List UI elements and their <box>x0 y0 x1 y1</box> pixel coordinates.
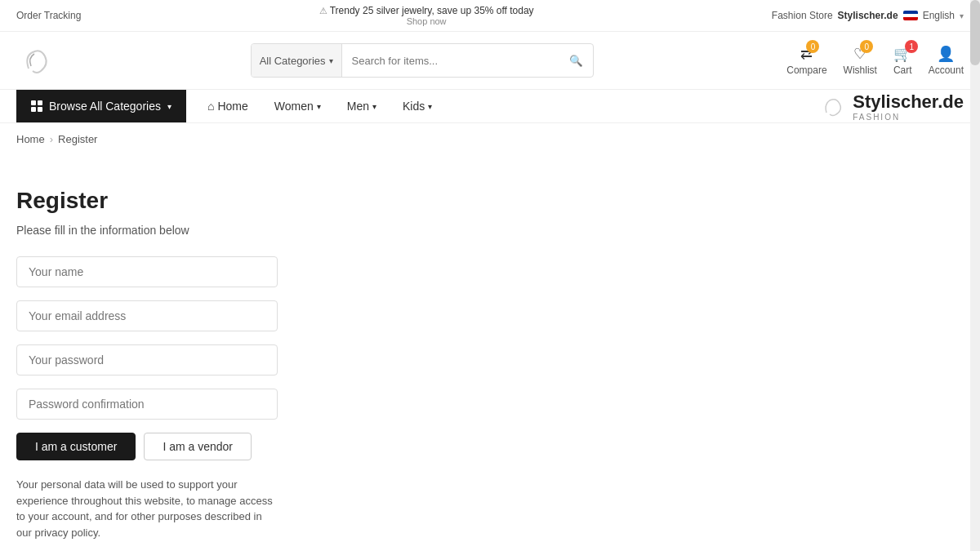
vendor-role-button[interactable]: I am a vendor <box>144 433 252 460</box>
breadcrumb-separator: › <box>50 133 53 145</box>
password-field-group <box>16 344 555 375</box>
account-label: Account <box>929 64 964 76</box>
name-field-group <box>16 256 555 287</box>
scrollbar-thumb[interactable] <box>970 0 980 65</box>
confirm-password-input[interactable] <box>16 389 278 420</box>
brand-sub: FASHION <box>853 113 964 122</box>
privacy-text: Your personal data will be used to suppo… <box>16 477 278 540</box>
email-field-group <box>16 300 555 331</box>
order-tracking-link[interactable]: Order Tracking <box>16 10 81 21</box>
category-dropdown[interactable]: All Categories ▾ <box>252 44 342 77</box>
confirm-password-field-group <box>16 389 555 420</box>
account-action[interactable]: 👤 Account <box>929 45 964 76</box>
brand-logo-nav: Stylischer.de FASHION <box>818 91 964 122</box>
password-input[interactable] <box>16 344 278 375</box>
search-button[interactable]: 🔍 <box>559 55 593 67</box>
store-name[interactable]: Stylischer.de <box>838 10 898 21</box>
browse-chevron-icon: ▾ <box>167 102 172 111</box>
scrollbar[interactable] <box>970 0 980 551</box>
wishlist-action[interactable]: ♡ 0 Wishlist <box>844 45 877 76</box>
nav-item-men[interactable]: Men ▾ <box>334 90 390 122</box>
header-actions: ⇄ 0 Compare ♡ 0 Wishlist 🛒 1 Cart 👤 <box>786 45 964 76</box>
register-page: Register Please fill in the information … <box>0 155 572 551</box>
language-dropdown-icon[interactable]: ▾ <box>960 11 964 20</box>
home-icon: ⌂ <box>207 100 214 113</box>
register-subtitle: Please fill in the information below <box>16 224 555 237</box>
cart-label: Cart <box>893 64 912 76</box>
shop-now-link[interactable]: Shop now <box>407 16 447 26</box>
men-chevron-icon: ▾ <box>372 102 376 111</box>
search-bar: All Categories ▾ 🔍 <box>251 43 594 78</box>
main-nav: Browse All Categories ▾ ⌂ Home Women ▾ M… <box>0 90 980 123</box>
nav-item-women[interactable]: Women ▾ <box>261 90 334 122</box>
grid-icon <box>31 100 42 112</box>
header: All Categories ▾ 🔍 ⇄ 0 Compare ♡ 0 Wishl… <box>0 32 980 90</box>
promo-banner: ⚠ Trendy 25 silver jewelry, save up 35% … <box>319 5 534 26</box>
register-title: Register <box>16 188 555 214</box>
nav-item-kids[interactable]: Kids ▾ <box>390 90 445 122</box>
compare-badge: 0 <box>806 40 819 53</box>
logo[interactable] <box>16 40 57 81</box>
top-bar-right: Fashion Store Stylischer.de English ▾ <box>772 10 964 21</box>
cart-action[interactable]: 🛒 1 Cart <box>893 45 912 76</box>
cart-badge: 1 <box>905 40 918 53</box>
nav-item-home[interactable]: ⌂ Home <box>194 90 261 122</box>
women-chevron-icon: ▾ <box>317 102 321 111</box>
customer-role-button[interactable]: I am a customer <box>16 433 136 460</box>
language-selector[interactable]: English <box>923 10 955 21</box>
nav-brand: Stylischer.de FASHION <box>818 91 964 122</box>
search-input[interactable] <box>342 48 559 73</box>
wishlist-badge: 0 <box>860 40 873 53</box>
breadcrumb-home[interactable]: Home <box>16 133 45 145</box>
top-bar: Order Tracking ⚠ Trendy 25 silver jewelr… <box>0 0 980 32</box>
account-icon: 👤 <box>937 46 955 62</box>
kids-chevron-icon: ▾ <box>428 102 432 111</box>
brand-name: Stylischer.de <box>853 91 964 112</box>
store-label: Fashion Store <box>772 10 833 21</box>
search-icon: 🔍 <box>569 55 583 67</box>
email-input[interactable] <box>16 300 278 331</box>
name-input[interactable] <box>16 256 278 287</box>
compare-label: Compare <box>786 64 826 76</box>
role-buttons: I am a customer I am a vendor <box>16 433 555 460</box>
breadcrumb: Home › Register <box>0 123 980 155</box>
category-chevron-icon: ▾ <box>329 56 333 65</box>
browse-categories-button[interactable]: Browse All Categories ▾ <box>16 90 186 122</box>
wishlist-label: Wishlist <box>844 64 877 76</box>
promo-text: ⚠ Trendy 25 silver jewelry, save up 35% … <box>319 5 534 16</box>
flag-icon <box>903 11 918 20</box>
compare-action[interactable]: ⇄ 0 Compare <box>786 45 826 76</box>
breadcrumb-current: Register <box>58 133 97 145</box>
